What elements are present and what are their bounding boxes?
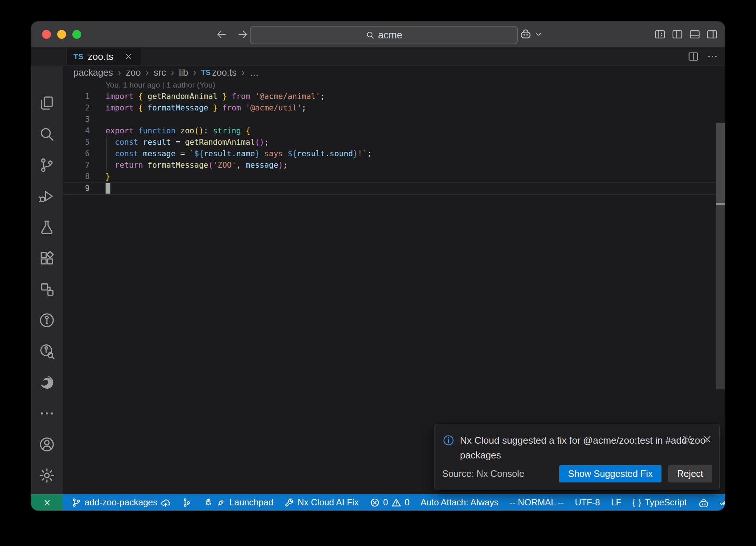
wrench-icon — [284, 498, 294, 508]
activity-item-gitlens[interactable] — [31, 305, 63, 336]
activity-item-settings[interactable] — [31, 460, 63, 491]
status-item-label: Launchpad — [229, 497, 273, 508]
editor-area[interactable]: packages›zoo›src›lib›TSzoo.ts›… You, 1 h… — [63, 66, 725, 494]
breadcrumb-label: src — [154, 67, 166, 78]
line-number: 8 — [63, 171, 90, 182]
line-number: 2 — [63, 102, 90, 114]
panel-bottom-icon[interactable] — [688, 28, 701, 41]
close-tab-icon[interactable] — [124, 52, 133, 61]
activity-item-more-views[interactable] — [31, 398, 63, 429]
status-item-problems[interactable]: 00 — [364, 494, 415, 511]
indent-guide — [106, 160, 107, 171]
tab-label: zoo.ts — [88, 51, 113, 62]
notification-settings-icon[interactable] — [681, 434, 693, 446]
window-controls — [42, 21, 81, 47]
code-content: 1import { getRandomAnimal } from '@acme/… — [63, 91, 725, 195]
status-item-label: add-zoo-packages — [85, 497, 157, 508]
double-check-icon — [719, 498, 725, 508]
code-line-5[interactable]: 5 const result = getRandomAnimal(); — [63, 137, 725, 148]
debug-icon — [38, 188, 55, 205]
back-icon[interactable] — [216, 28, 227, 40]
code-text — [90, 114, 106, 125]
git-branch-icon — [71, 498, 81, 508]
scrollbar-thumb[interactable] — [716, 123, 725, 204]
tab-zoo-ts[interactable]: TS zoo.ts — [66, 48, 140, 65]
indent-guide — [106, 137, 107, 148]
layout-customize-icon[interactable] — [654, 28, 666, 41]
indent-guide — [106, 148, 107, 160]
breadcrumb-item[interactable]: TSzoo.ts — [201, 67, 237, 78]
notification-toast: Nx Cloud suggested a fix for @acme/zoo:t… — [434, 424, 720, 490]
breadcrumb: packages›zoo›src›lib›TSzoo.ts›… — [63, 66, 725, 79]
activity-item-extensions[interactable] — [31, 243, 63, 274]
ellipsis-icon — [38, 405, 55, 422]
remote-indicator[interactable] — [31, 494, 63, 511]
breadcrumb-item[interactable]: packages — [73, 67, 113, 78]
rocket-icon — [203, 498, 213, 508]
panel-left-icon[interactable] — [671, 28, 684, 41]
breadcrumb-item[interactable]: lib — [179, 67, 188, 78]
line-number: 1 — [63, 91, 90, 102]
code-line-2[interactable]: 2import { formatMessage } from '@acme/ut… — [63, 102, 725, 114]
breadcrumb-item[interactable]: zoo — [126, 67, 141, 78]
status-item-encoding[interactable]: UTF-8 — [569, 494, 605, 511]
code-line-3[interactable]: 3 — [63, 114, 725, 125]
scrollbar-track — [716, 205, 725, 389]
status-item-language[interactable]: { }TypeScript — [627, 494, 692, 511]
vscode-window: acme TS zoo.ts — [31, 21, 725, 511]
line-number: 5 — [63, 137, 90, 148]
zoom-window-button[interactable] — [72, 30, 81, 39]
copilot-icon — [698, 498, 708, 508]
status-item-launchpad[interactable]: Launchpad — [197, 494, 279, 511]
status-item-auto-attach[interactable]: Auto Attach: Always — [415, 494, 504, 511]
breadcrumb-item[interactable]: … — [250, 67, 259, 78]
copilot-menu[interactable] — [519, 21, 543, 47]
activity-item-edge-tools[interactable] — [31, 367, 63, 398]
status-item-label: UTF-8 — [575, 497, 600, 508]
activity-item-source-control[interactable] — [31, 150, 63, 181]
chevron-down-icon — [535, 30, 543, 38]
status-item-prettier[interactable]: Prettier — [713, 494, 725, 511]
activity-item-run-debug[interactable] — [31, 181, 63, 212]
status-item-label: LF — [611, 497, 621, 508]
activity-item-gitlens-inspect[interactable] — [31, 336, 63, 367]
line-number: 4 — [63, 125, 90, 137]
split-editor-icon[interactable] — [687, 51, 699, 62]
show-suggested-fix-button[interactable]: Show Suggested Fix — [559, 465, 662, 482]
activity-item-explorer[interactable] — [31, 88, 63, 119]
panel-right-icon[interactable] — [706, 28, 718, 41]
breadcrumb-separator-icon: › — [145, 67, 149, 78]
status-item-label: 0 — [383, 497, 388, 508]
command-center-search[interactable]: acme — [250, 26, 518, 44]
copilot-icon — [519, 28, 532, 41]
code-line-4[interactable]: 4export function zoo(): string { — [63, 125, 725, 137]
activity-item-nx-console[interactable] — [31, 274, 63, 305]
notification-close-icon[interactable] — [702, 434, 713, 445]
status-item-nx-cloud-ai-fix[interactable]: Nx Cloud AI Fix — [279, 494, 364, 511]
warning-icon — [391, 498, 401, 508]
gear-icon — [38, 467, 55, 484]
status-item-eol[interactable]: LF — [605, 494, 627, 511]
status-item-commit-graph[interactable] — [176, 494, 197, 511]
ts-file-icon: TS — [73, 52, 83, 61]
code-line-7[interactable]: 7 return formatMessage('ZOO', message); — [63, 160, 725, 171]
close-window-button[interactable] — [42, 30, 51, 39]
status-item-vim-mode[interactable]: -- NORMAL -- — [504, 494, 569, 511]
breadcrumb-item[interactable]: src — [154, 67, 166, 78]
minimize-window-button[interactable] — [57, 30, 66, 39]
line-number: 6 — [63, 148, 90, 160]
forward-icon[interactable] — [237, 28, 249, 40]
code-line-9[interactable]: 9 — [63, 182, 725, 195]
code-line-8[interactable]: 8} — [63, 171, 725, 182]
activity-item-testing[interactable] — [31, 212, 63, 243]
status-item-label: -- NORMAL -- — [509, 497, 564, 508]
status-item-git-branch[interactable]: add-zoo-packages — [66, 494, 176, 511]
text-cursor — [106, 183, 110, 194]
code-line-6[interactable]: 6 const message = `${result.name} says $… — [63, 148, 725, 160]
code-line-1[interactable]: 1import { getRandomAnimal } from '@acme/… — [63, 91, 725, 102]
activity-item-account[interactable] — [31, 429, 63, 460]
activity-item-search[interactable] — [31, 119, 63, 150]
status-item-copilot[interactable] — [692, 494, 713, 511]
reject-button[interactable]: Reject — [668, 465, 712, 482]
more-actions-icon[interactable] — [707, 51, 718, 62]
